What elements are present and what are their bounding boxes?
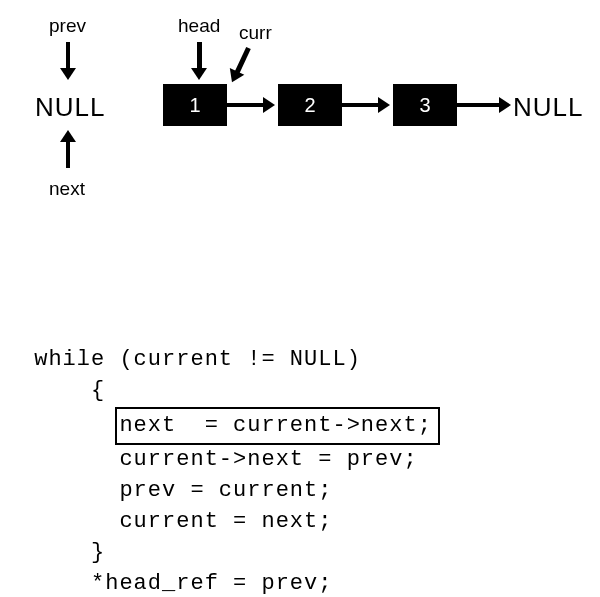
code-line-8: *head_ref = prev;: [20, 571, 332, 596]
prev-label: prev: [49, 15, 86, 37]
prev-arrow-icon: [66, 42, 70, 70]
code-line-6: current = next;: [20, 509, 332, 534]
node-3: 3: [393, 84, 457, 126]
node-2: 2: [278, 84, 342, 126]
code-line-1: while (current != NULL): [34, 347, 361, 372]
node-1: 1: [163, 84, 227, 126]
head-arrow-icon: [197, 42, 202, 70]
code-line-4: current->next = prev;: [20, 447, 418, 472]
code-line-2: {: [20, 378, 105, 403]
arrow-3-to-null-icon: [457, 103, 501, 107]
head-label: head: [178, 15, 220, 37]
code-line-3-highlighted: next = current->next;: [115, 407, 439, 446]
arrow-2-to-3-icon: [342, 103, 380, 107]
curr-label: curr: [239, 22, 272, 44]
arrow-1-to-2-icon: [227, 103, 265, 107]
null-left-text: NULL: [35, 92, 105, 123]
next-label: next: [49, 178, 85, 200]
code-line-7: }: [20, 540, 105, 565]
null-right-text: NULL: [513, 92, 583, 123]
code-block: while (current != NULL) { next = current…: [20, 345, 580, 597]
code-line-5: prev = current;: [20, 478, 332, 503]
linked-list-diagram: prev NULL next head curr 1 2 3 NULL: [20, 20, 580, 240]
next-arrow-icon: [66, 140, 70, 168]
curr-arrow-icon: [234, 47, 250, 74]
